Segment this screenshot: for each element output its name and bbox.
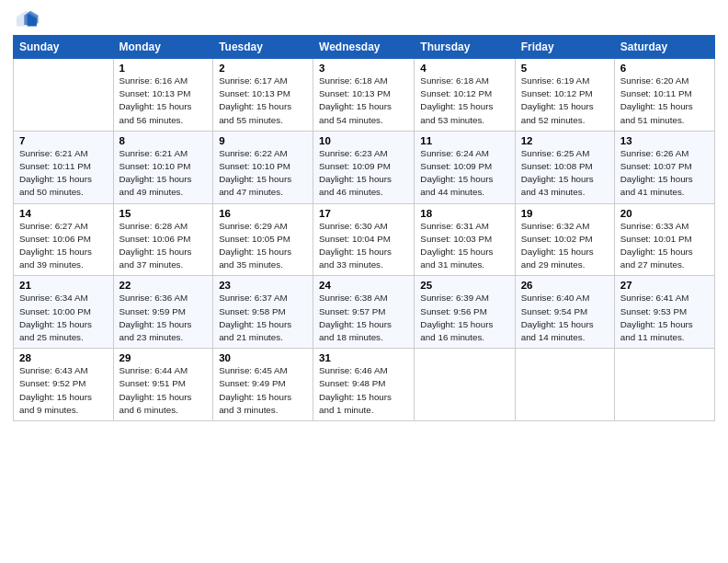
day-info: Sunrise: 6:45 AMSunset: 9:49 PMDaylight:…: [219, 364, 307, 417]
week-row-4: 21Sunrise: 6:34 AMSunset: 10:00 PMDaylig…: [14, 276, 715, 349]
day-number: 28: [19, 352, 108, 363]
day-cell: 30Sunrise: 6:45 AMSunset: 9:49 PMDayligh…: [213, 349, 313, 421]
day-info: Sunrise: 6:16 AMSunset: 10:13 PMDaylight…: [119, 75, 208, 127]
day-number: 29: [119, 352, 208, 363]
day-info: Sunrise: 6:21 AMSunset: 10:11 PMDaylight…: [19, 147, 108, 200]
day-info: Sunrise: 6:22 AMSunset: 10:10 PMDaylight…: [219, 147, 307, 200]
day-info: Sunrise: 6:46 AMSunset: 9:48 PMDaylight:…: [319, 364, 408, 417]
day-cell: 12Sunrise: 6:25 AMSunset: 10:08 PMDaylig…: [515, 131, 614, 203]
day-number: 17: [319, 208, 408, 219]
week-row-3: 14Sunrise: 6:27 AMSunset: 10:06 PMDaylig…: [14, 203, 715, 276]
day-number: 7: [19, 135, 108, 146]
day-number: 16: [219, 208, 307, 219]
day-cell: 15Sunrise: 6:28 AMSunset: 10:06 PMDaylig…: [113, 203, 213, 276]
day-info: Sunrise: 6:20 AMSunset: 10:11 PMDaylight…: [620, 75, 709, 127]
day-number: 27: [620, 280, 709, 291]
day-info: Sunrise: 6:29 AMSunset: 10:05 PMDaylight…: [219, 220, 307, 272]
day-number: 30: [219, 352, 307, 363]
col-header-saturday: Saturday: [614, 36, 714, 59]
day-info: Sunrise: 6:32 AMSunset: 10:02 PMDaylight…: [521, 220, 609, 272]
week-row-1: 1Sunrise: 6:16 AMSunset: 10:13 PMDayligh…: [14, 59, 715, 132]
day-cell: 13Sunrise: 6:26 AMSunset: 10:07 PMDaylig…: [614, 131, 714, 203]
day-cell: 22Sunrise: 6:36 AMSunset: 9:59 PMDayligh…: [113, 276, 213, 349]
header: [13, 9, 715, 29]
day-info: Sunrise: 6:44 AMSunset: 9:51 PMDaylight:…: [119, 364, 208, 417]
day-number: 12: [521, 135, 609, 146]
day-cell: 14Sunrise: 6:27 AMSunset: 10:06 PMDaylig…: [14, 203, 114, 276]
day-number: 2: [219, 63, 307, 74]
day-cell: 9Sunrise: 6:22 AMSunset: 10:10 PMDayligh…: [213, 131, 313, 203]
day-cell: 7Sunrise: 6:21 AMSunset: 10:11 PMDayligh…: [14, 131, 114, 203]
day-number: 6: [620, 63, 709, 74]
day-info: Sunrise: 6:38 AMSunset: 9:57 PMDaylight:…: [319, 292, 408, 344]
day-number: 9: [219, 135, 307, 146]
day-cell: 8Sunrise: 6:21 AMSunset: 10:10 PMDayligh…: [113, 131, 213, 203]
day-cell: 24Sunrise: 6:38 AMSunset: 9:57 PMDayligh…: [313, 276, 415, 349]
day-cell: 19Sunrise: 6:32 AMSunset: 10:02 PMDaylig…: [515, 203, 614, 276]
day-cell: 27Sunrise: 6:41 AMSunset: 9:53 PMDayligh…: [614, 276, 714, 349]
col-header-friday: Friday: [515, 36, 614, 59]
col-header-thursday: Thursday: [415, 36, 515, 59]
col-header-sunday: Sunday: [14, 36, 114, 59]
day-info: Sunrise: 6:27 AMSunset: 10:06 PMDaylight…: [19, 220, 108, 272]
day-cell: 20Sunrise: 6:33 AMSunset: 10:01 PMDaylig…: [614, 203, 714, 276]
week-row-2: 7Sunrise: 6:21 AMSunset: 10:11 PMDayligh…: [14, 131, 715, 203]
page-container: SundayMondayTuesdayWednesdayThursdayFrid…: [0, 0, 728, 431]
day-number: 14: [19, 208, 108, 219]
day-cell: 25Sunrise: 6:39 AMSunset: 9:56 PMDayligh…: [415, 276, 515, 349]
day-number: 19: [521, 208, 609, 219]
logo: [13, 9, 42, 29]
logo-icon: [13, 9, 39, 29]
day-number: 22: [119, 280, 208, 291]
week-row-5: 28Sunrise: 6:43 AMSunset: 9:52 PMDayligh…: [14, 349, 715, 421]
day-number: 25: [420, 280, 508, 291]
day-info: Sunrise: 6:43 AMSunset: 9:52 PMDaylight:…: [19, 364, 108, 417]
day-info: Sunrise: 6:39 AMSunset: 9:56 PMDaylight:…: [420, 292, 508, 344]
day-cell: 2Sunrise: 6:17 AMSunset: 10:13 PMDayligh…: [213, 59, 313, 132]
day-number: 11: [420, 135, 508, 146]
day-info: Sunrise: 6:40 AMSunset: 9:54 PMDaylight:…: [521, 292, 609, 344]
day-cell: 21Sunrise: 6:34 AMSunset: 10:00 PMDaylig…: [14, 276, 114, 349]
day-number: 4: [420, 63, 508, 74]
day-number: 21: [19, 280, 108, 291]
day-cell: 10Sunrise: 6:23 AMSunset: 10:09 PMDaylig…: [313, 131, 415, 203]
calendar-table: SundayMondayTuesdayWednesdayThursdayFrid…: [13, 35, 715, 421]
day-info: Sunrise: 6:31 AMSunset: 10:03 PMDaylight…: [420, 220, 508, 272]
day-info: Sunrise: 6:37 AMSunset: 9:58 PMDaylight:…: [219, 292, 307, 344]
day-cell: 3Sunrise: 6:18 AMSunset: 10:13 PMDayligh…: [313, 59, 415, 132]
col-header-wednesday: Wednesday: [313, 36, 415, 59]
header-row: SundayMondayTuesdayWednesdayThursdayFrid…: [14, 36, 715, 59]
day-number: 15: [119, 208, 208, 219]
day-info: Sunrise: 6:19 AMSunset: 10:12 PMDaylight…: [521, 75, 609, 127]
day-cell: [14, 59, 114, 132]
day-cell: 28Sunrise: 6:43 AMSunset: 9:52 PMDayligh…: [14, 349, 114, 421]
day-info: Sunrise: 6:21 AMSunset: 10:10 PMDaylight…: [119, 147, 208, 200]
day-info: Sunrise: 6:41 AMSunset: 9:53 PMDaylight:…: [620, 292, 709, 344]
day-cell: [515, 349, 614, 421]
day-cell: 23Sunrise: 6:37 AMSunset: 9:58 PMDayligh…: [213, 276, 313, 349]
day-number: 3: [319, 63, 408, 74]
day-cell: 16Sunrise: 6:29 AMSunset: 10:05 PMDaylig…: [213, 203, 313, 276]
day-info: Sunrise: 6:17 AMSunset: 10:13 PMDaylight…: [219, 75, 307, 127]
col-header-tuesday: Tuesday: [213, 36, 313, 59]
day-info: Sunrise: 6:23 AMSunset: 10:09 PMDaylight…: [319, 147, 408, 200]
day-number: 10: [319, 135, 408, 146]
day-number: 24: [319, 280, 408, 291]
col-header-monday: Monday: [113, 36, 213, 59]
day-info: Sunrise: 6:36 AMSunset: 9:59 PMDaylight:…: [119, 292, 208, 344]
day-cell: 31Sunrise: 6:46 AMSunset: 9:48 PMDayligh…: [313, 349, 415, 421]
day-info: Sunrise: 6:25 AMSunset: 10:08 PMDaylight…: [521, 147, 609, 200]
day-cell: 6Sunrise: 6:20 AMSunset: 10:11 PMDayligh…: [614, 59, 714, 132]
day-cell: 29Sunrise: 6:44 AMSunset: 9:51 PMDayligh…: [113, 349, 213, 421]
day-info: Sunrise: 6:30 AMSunset: 10:04 PMDaylight…: [319, 220, 408, 272]
day-info: Sunrise: 6:24 AMSunset: 10:09 PMDaylight…: [420, 147, 508, 200]
day-info: Sunrise: 6:26 AMSunset: 10:07 PMDaylight…: [620, 147, 709, 200]
day-number: 1: [119, 63, 208, 74]
day-number: 20: [620, 208, 709, 219]
day-cell: 26Sunrise: 6:40 AMSunset: 9:54 PMDayligh…: [515, 276, 614, 349]
day-cell: 17Sunrise: 6:30 AMSunset: 10:04 PMDaylig…: [313, 203, 415, 276]
day-cell: 4Sunrise: 6:18 AMSunset: 10:12 PMDayligh…: [415, 59, 515, 132]
day-number: 26: [521, 280, 609, 291]
day-number: 23: [219, 280, 307, 291]
day-number: 8: [119, 135, 208, 146]
